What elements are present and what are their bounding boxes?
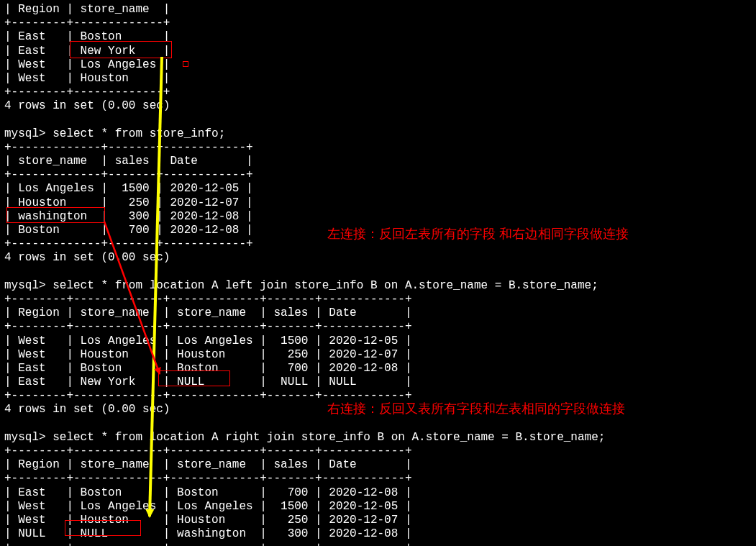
table2-row: | Los Angeles | 1500 | 2020-12-05 | bbox=[4, 182, 253, 195]
annotation-right-join: 右连接：反回又表所有字段和左表相同的字段做连接 bbox=[327, 401, 625, 417]
sql-query: mysql> select * from location A right jo… bbox=[4, 431, 605, 444]
table3-header-row: | Region | store_name | store_name | sal… bbox=[4, 306, 412, 319]
annotation-left-join: 左连接：反回左表所有的字段 和右边相同字段做连接 bbox=[327, 227, 629, 242]
table3-row: | West | Houston | Houston | 250 | 2020-… bbox=[4, 348, 412, 361]
table2-sep: +-------------+-------+------------+ bbox=[4, 141, 253, 154]
sql-query: mysql> select * from store_info; bbox=[4, 127, 225, 140]
table4-sep: +--------+-------------+-------------+--… bbox=[4, 445, 412, 458]
table2-header-row: | store_name | sales | Date | bbox=[4, 155, 253, 168]
table4-row: | East | Boston | Boston | 700 | 2020-12… bbox=[4, 486, 412, 499]
table1-sep: +--------+-------------+ bbox=[4, 86, 170, 99]
table4-sep: +--------+-------------+-------------+--… bbox=[4, 472, 412, 485]
sql-query: mysql> select * from location A left joi… bbox=[4, 279, 598, 292]
table3-sep: +--------+-------------+-------------+--… bbox=[4, 293, 412, 306]
table4-header-row: | Region | store_name | store_name | sal… bbox=[4, 458, 412, 471]
table2-row: | Houston | 250 | 2020-12-07 | bbox=[4, 196, 253, 209]
table1-row: | East | Boston | bbox=[4, 30, 170, 43]
table3-sep: +--------+-------------+-------------+--… bbox=[4, 389, 412, 402]
table1-footer: 4 rows in set (0.00 sec) bbox=[4, 99, 170, 112]
table3-row: | East | New York | NULL | NULL | NULL | bbox=[4, 376, 412, 388]
table2-sep: +-------------+-------+------------+ bbox=[4, 168, 253, 181]
table2-row: | Boston | 700 | 2020-12-08 | bbox=[4, 224, 253, 237]
table1-header-row: | Region | store_name | bbox=[4, 3, 170, 16]
table2-row: | washington | 300 | 2020-12-08 | bbox=[4, 210, 253, 223]
table3-row: | West | Los Angeles | Los Angeles | 150… bbox=[4, 335, 412, 347]
terminal-output: | Region | store_name | +--------+------… bbox=[0, 0, 756, 546]
table3-sep: +--------+-------------+-------------+--… bbox=[4, 320, 412, 333]
table1-row: | West | Los Angeles | bbox=[4, 58, 170, 71]
table3-footer: 4 rows in set (0.00 sec) bbox=[4, 403, 170, 416]
table4-sep: +--------+-------------+-------------+--… bbox=[4, 541, 412, 546]
table1-sep: +--------+-------------+ bbox=[4, 17, 170, 29]
table4-row: | NULL | NULL | washington | 300 | 2020-… bbox=[4, 527, 412, 540]
table4-row: | West | Houston | Houston | 250 | 2020-… bbox=[4, 514, 412, 527]
table1-row: | West | Houston | bbox=[4, 72, 170, 85]
table3-row: | East | Boston | Boston | 700 | 2020-12… bbox=[4, 362, 412, 375]
table2-footer: 4 rows in set (0.00 sec) bbox=[4, 251, 170, 264]
table2-sep: +-------------+-------+------------+ bbox=[4, 237, 253, 250]
table4-row: | West | Los Angeles | Los Angeles | 150… bbox=[4, 500, 412, 513]
table1-row: | East | New York | bbox=[4, 45, 170, 58]
